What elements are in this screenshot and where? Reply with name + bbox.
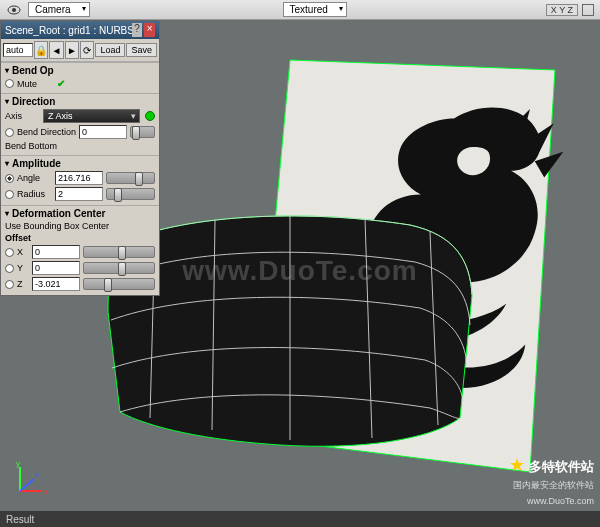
brand-sub2: www.DuoTe.com <box>527 496 594 506</box>
angle-field[interactable] <box>55 171 103 185</box>
textured-dropdown[interactable]: Textured <box>283 2 347 17</box>
offset-y-field[interactable] <box>32 261 80 275</box>
axis-gizmo: x y z <box>12 459 52 499</box>
camera-dropdown[interactable]: Camera <box>28 2 90 17</box>
panel-toolbar: 🔒 ◄ ► ⟳ Load Save <box>1 39 159 62</box>
status-bar: Result <box>0 511 600 527</box>
property-panel: Scene_Root : grid1 : NURBS Surface ? × 🔒… <box>0 20 160 296</box>
bend-direction-field[interactable] <box>79 125 127 139</box>
nav-back-icon[interactable]: ◄ <box>49 41 63 59</box>
svg-point-1 <box>12 8 16 12</box>
offset-x-label: X <box>17 247 29 257</box>
auto-field[interactable] <box>3 43 33 57</box>
use-bbox-label: Use Bounding Box Center <box>5 221 109 231</box>
radius-slider[interactable] <box>106 188 155 200</box>
star-icon: ★ <box>509 455 525 475</box>
amplitude-title[interactable]: Amplitude <box>5 158 155 169</box>
eye-icon <box>6 3 22 17</box>
anim-dot-icon[interactable] <box>145 111 155 121</box>
offset-y-label: Y <box>17 263 29 273</box>
xyz-toggle[interactable]: X Y Z <box>546 4 578 16</box>
offset-title: Offset <box>5 233 31 243</box>
refresh-icon[interactable]: ⟳ <box>80 41 94 59</box>
help-icon[interactable]: ? <box>132 23 143 37</box>
check-icon: ✔ <box>57 78 65 89</box>
close-icon[interactable]: × <box>144 23 155 37</box>
section-amplitude: Amplitude Angle Radius <box>1 155 159 205</box>
offset-y-slider[interactable] <box>83 262 155 274</box>
section-bend-op: Bend Op Mute ✔ <box>1 62 159 93</box>
mute-radio[interactable] <box>5 79 14 88</box>
angle-slider[interactable] <box>106 172 155 184</box>
angle-radio[interactable] <box>5 174 14 183</box>
section-direction: Direction Axis Z Axis Bend Direction Ben… <box>1 93 159 155</box>
save-button[interactable]: Save <box>126 43 157 57</box>
nav-forward-icon[interactable]: ► <box>65 41 79 59</box>
direction-title[interactable]: Direction <box>5 96 155 107</box>
radius-label: Radius <box>17 189 52 199</box>
load-button[interactable]: Load <box>95 43 125 57</box>
bend-op-title[interactable]: Bend Op <box>5 65 155 76</box>
offset-x-radio[interactable] <box>5 248 14 257</box>
brand-logo: ★ 多特软件站 国内最安全的软件站 www.DuoTe.com <box>509 454 594 507</box>
bend-bottom-label: Bend Bottom <box>5 141 57 151</box>
offset-z-slider[interactable] <box>83 278 155 290</box>
lock-icon[interactable]: 🔒 <box>34 41 48 59</box>
radius-radio[interactable] <box>5 190 14 199</box>
axis-label: Axis <box>5 111 40 121</box>
brand-name: 多特软件站 <box>529 459 594 474</box>
radius-field[interactable] <box>55 187 103 201</box>
panel-title: Scene_Root : grid1 : NURBS Surface <box>5 25 132 36</box>
offset-y-radio[interactable] <box>5 264 14 273</box>
bend-direction-label: Bend Direction <box>17 127 76 137</box>
brand-sub1: 国内最安全的软件站 <box>513 480 594 490</box>
deformation-title[interactable]: Deformation Center <box>5 208 155 219</box>
angle-label: Angle <box>17 173 52 183</box>
axis-dropdown[interactable]: Z Axis <box>43 109 140 123</box>
svg-text:z: z <box>35 470 39 479</box>
offset-x-field[interactable] <box>32 245 80 259</box>
bend-direction-slider[interactable] <box>130 126 155 138</box>
section-deformation-center: Deformation Center Use Bounding Box Cent… <box>1 205 159 295</box>
bend-dir-radio[interactable] <box>5 128 14 137</box>
offset-z-label: Z <box>17 279 29 289</box>
offset-z-radio[interactable] <box>5 280 14 289</box>
svg-text:y: y <box>16 459 20 468</box>
mute-label: Mute <box>17 79 52 89</box>
svg-text:x: x <box>44 487 48 496</box>
status-text: Result <box>6 514 34 525</box>
svg-line-7 <box>20 479 34 491</box>
viewport-menubar: Camera Textured X Y Z <box>0 0 600 20</box>
offset-z-field[interactable] <box>32 277 80 291</box>
maximize-icon[interactable] <box>582 4 594 16</box>
offset-x-slider[interactable] <box>83 246 155 258</box>
panel-titlebar[interactable]: Scene_Root : grid1 : NURBS Surface ? × <box>1 21 159 39</box>
